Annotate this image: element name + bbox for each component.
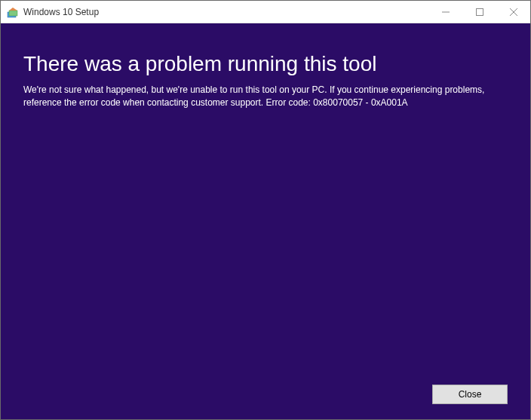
- error-body: We're not sure what happened, but we're …: [23, 84, 506, 109]
- app-icon: [7, 6, 19, 18]
- window-title: Windows 10 Setup: [23, 7, 428, 17]
- spacer: [23, 109, 508, 377]
- setup-window: Windows 10 Setup There was a problem run…: [0, 0, 531, 420]
- button-row: Close: [23, 377, 508, 404]
- content-area: There was a problem running this tool We…: [1, 23, 530, 419]
- close-button[interactable]: Close: [432, 385, 508, 404]
- titlebar: Windows 10 Setup: [1, 1, 530, 23]
- svg-rect-3: [476, 8, 483, 15]
- close-window-button[interactable]: [496, 1, 530, 23]
- error-heading: There was a problem running this tool: [23, 52, 508, 76]
- svg-rect-1: [9, 11, 17, 16]
- minimize-button[interactable]: [428, 1, 462, 23]
- window-controls: [428, 1, 530, 23]
- maximize-button[interactable]: [462, 1, 496, 23]
